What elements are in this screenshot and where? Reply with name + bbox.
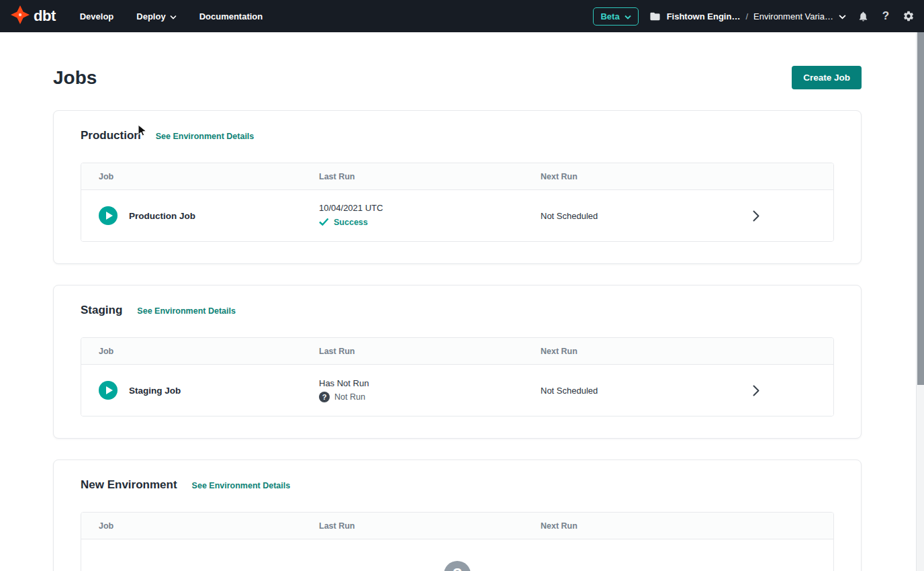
dbt-logo-text: dbt xyxy=(34,7,56,25)
column-header-next-run: Next Run xyxy=(541,347,817,356)
gear-icon[interactable] xyxy=(903,10,915,22)
main-content: Jobs Create Job Production See Environme… xyxy=(0,32,924,571)
empty-state-question-icon: ? xyxy=(444,561,471,571)
environment-name: Staging xyxy=(81,304,122,317)
nav-item-deploy[interactable]: Deploy xyxy=(136,11,176,21)
column-header-next-run: Next Run xyxy=(541,521,817,531)
bell-icon[interactable] xyxy=(857,10,869,22)
create-job-button[interactable]: Create Job xyxy=(792,66,862,89)
vertical-scrollbar[interactable] xyxy=(916,32,924,571)
chevron-down-icon xyxy=(625,11,631,21)
nav-item-documentation[interactable]: Documentation xyxy=(199,11,263,21)
last-run-date: Has Not Run xyxy=(319,378,541,388)
column-header-last-run: Last Run xyxy=(319,347,541,356)
chevron-down-icon[interactable] xyxy=(839,11,846,21)
empty-jobs-state: ? xyxy=(81,539,833,571)
jobs-table-header: Job Last Run Next Run xyxy=(81,338,833,365)
navbar-right: Beta Fishtown Engin… / Environment Varia… xyxy=(593,7,915,26)
nav-links: Develop Deploy Documentation xyxy=(80,11,263,21)
dbt-logo[interactable]: dbt xyxy=(11,5,56,27)
jobs-table: Job Last Run Next Run Production Job 10/… xyxy=(81,163,834,242)
beta-badge[interactable]: Beta xyxy=(593,7,638,26)
breadcrumb[interactable]: Fishtown Engin… / Environment Varia… xyxy=(649,10,846,22)
job-name: Production Job xyxy=(129,211,195,221)
environment-name: New Environment xyxy=(81,478,177,492)
column-header-last-run: Last Run xyxy=(319,521,541,531)
next-run-value: Not Scheduled xyxy=(541,211,598,221)
not-run-question-icon: ? xyxy=(319,392,330,402)
environment-card-production: Production See Environment Details Job L… xyxy=(53,110,862,264)
folder-icon xyxy=(649,10,661,22)
top-navbar: dbt Develop Deploy Documentation Beta xyxy=(0,0,924,32)
scrollbar-thumb[interactable] xyxy=(917,32,924,385)
breadcrumb-project[interactable]: Fishtown Engin… xyxy=(667,11,741,21)
play-icon xyxy=(106,386,113,394)
see-environment-details-link[interactable]: See Environment Details xyxy=(156,132,255,141)
chevron-right-icon[interactable] xyxy=(753,210,764,222)
environment-name: Production xyxy=(81,129,141,142)
breadcrumb-separator: / xyxy=(745,11,748,21)
job-name: Staging Job xyxy=(129,386,181,396)
dbt-logo-icon xyxy=(11,5,30,27)
environment-card-staging: Staging See Environment Details Job Last… xyxy=(53,285,862,439)
nav-item-develop[interactable]: Develop xyxy=(80,11,114,21)
column-header-next-run: Next Run xyxy=(541,172,817,181)
jobs-table-header: Job Last Run Next Run xyxy=(81,163,833,190)
column-header-last-run: Last Run xyxy=(319,172,541,181)
jobs-table-header: Job Last Run Next Run xyxy=(81,513,833,539)
jobs-table: Job Last Run Next Run Staging Job Has No… xyxy=(81,337,834,416)
nav-item-documentation-label: Documentation xyxy=(199,11,263,21)
column-header-job: Job xyxy=(99,347,319,356)
page-title: Jobs xyxy=(53,67,97,89)
play-icon xyxy=(106,212,113,220)
nav-item-deploy-label: Deploy xyxy=(136,11,165,21)
see-environment-details-link[interactable]: See Environment Details xyxy=(192,481,291,490)
beta-badge-label: Beta xyxy=(600,11,619,21)
jobs-table: Job Last Run Next Run ? xyxy=(81,512,834,571)
job-row-production-job[interactable]: Production Job 10/04/2021 UTC Success No… xyxy=(81,190,833,241)
last-run-date: 10/04/2021 UTC xyxy=(319,203,541,213)
run-job-button[interactable] xyxy=(99,206,118,225)
environment-card-new-environment: New Environment See Environment Details … xyxy=(53,459,862,571)
job-row-staging-job[interactable]: Staging Job Has Not Run ? Not Run Not Sc… xyxy=(81,365,833,416)
chevron-right-icon[interactable] xyxy=(753,385,764,396)
chevron-down-icon xyxy=(170,11,177,21)
run-job-button[interactable] xyxy=(99,381,118,400)
nav-item-develop-label: Develop xyxy=(80,11,114,21)
success-check-icon xyxy=(319,216,329,228)
next-run-value: Not Scheduled xyxy=(541,386,598,396)
see-environment-details-link[interactable]: See Environment Details xyxy=(137,306,236,316)
column-header-job: Job xyxy=(99,521,319,531)
column-header-job: Job xyxy=(99,172,319,181)
status-badge: Success xyxy=(334,218,368,227)
help-icon[interactable]: ? xyxy=(880,10,892,22)
breadcrumb-current[interactable]: Environment Varia… xyxy=(753,11,833,21)
status-badge: Not Run xyxy=(334,392,365,402)
